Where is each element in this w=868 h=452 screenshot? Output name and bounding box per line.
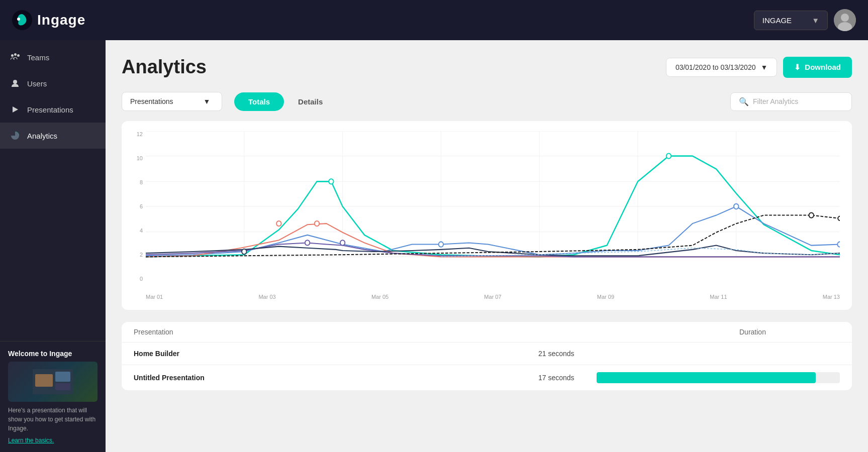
dropdown-value: Presentations: [130, 97, 173, 105]
sidebar-item-teams[interactable]: Teams: [0, 44, 106, 70]
presentations-icon: [10, 104, 20, 115]
svg-point-29: [315, 221, 319, 226]
table-row: Untitled Presentation 17 seconds: [122, 365, 852, 390]
sidebar-label-teams: Teams: [27, 53, 49, 62]
cell-duration-1: 17 seconds: [538, 374, 589, 382]
svg-rect-13: [55, 383, 70, 390]
date-range-picker[interactable]: 03/01/2020 to 03/13/2020 ▼: [666, 58, 777, 77]
svg-point-28: [276, 221, 281, 226]
svg-point-30: [242, 249, 246, 254]
y-label-4: 4: [140, 228, 143, 234]
col-header-duration: Duration: [739, 328, 840, 336]
filter-input[interactable]: [753, 97, 843, 105]
y-label-0: 0: [140, 276, 143, 282]
svg-rect-11: [35, 374, 53, 387]
x-label-mar03: Mar 03: [258, 294, 275, 300]
tab-group: Totals Details: [234, 92, 337, 111]
main-content: Analytics 03/01/2020 to 03/13/2020 ▼ ⬇ D…: [106, 40, 868, 452]
x-axis: Mar 01 Mar 03 Mar 05 Mar 07 Mar 09 Mar 1…: [146, 282, 840, 302]
x-label-mar09: Mar 09: [597, 294, 614, 300]
sidebar-item-users[interactable]: Users: [0, 70, 106, 96]
x-label-mar05: Mar 05: [371, 294, 389, 300]
welcome-description: Here's a presentation that will show you…: [8, 406, 98, 433]
welcome-thumbnail: [8, 362, 98, 402]
y-label-8: 8: [140, 179, 143, 185]
logo-icon: [12, 10, 32, 30]
analytics-icon: [10, 131, 20, 141]
date-range-text: 03/01/2020 to 03/13/2020: [676, 63, 756, 71]
svg-rect-12: [55, 372, 70, 382]
sidebar: Teams Users Presentations: [0, 40, 106, 452]
teams-icon: [10, 52, 20, 62]
x-label-mar07: Mar 07: [484, 294, 501, 300]
y-label-6: 6: [140, 203, 143, 209]
search-icon: 🔍: [739, 97, 749, 106]
users-icon: [10, 78, 20, 88]
left-controls: Presentations ▼ Totals Details: [122, 92, 337, 111]
chart-svg: [146, 131, 840, 282]
svg-point-31: [439, 242, 443, 247]
download-button[interactable]: ⬇ Download: [783, 57, 852, 78]
org-selector[interactable]: INGAGE ▼: [754, 11, 828, 30]
main-layout: Teams Users Presentations: [0, 40, 868, 452]
svg-point-33: [305, 240, 310, 245]
svg-point-3: [841, 14, 849, 22]
duration-bar-background: [597, 372, 840, 383]
svg-point-37: [838, 216, 840, 220]
svg-point-26: [329, 179, 333, 184]
controls-row: Presentations ▼ Totals Details 🔍: [122, 92, 852, 111]
svg-rect-5: [11, 54, 14, 57]
date-chevron-icon: ▼: [760, 63, 767, 71]
tab-totals[interactable]: Totals: [234, 92, 284, 111]
logo-text: Ingage: [37, 12, 85, 28]
chevron-down-icon: ▼: [812, 16, 819, 25]
sidebar-label-presentations: Presentations: [27, 105, 73, 114]
sidebar-label-analytics: Analytics: [27, 132, 57, 140]
dropdown-chevron-icon: ▼: [204, 97, 211, 105]
svg-rect-7: [17, 54, 20, 57]
x-label-mar01: Mar 01: [146, 294, 163, 300]
cell-duration-0: 21 seconds: [538, 350, 589, 358]
tab-details[interactable]: Details: [284, 92, 337, 111]
table-row: Home Builder 21 seconds: [122, 343, 852, 365]
page-title: Analytics: [122, 56, 207, 78]
y-label-10: 10: [137, 155, 143, 161]
data-table: Presentation Duration Home Builder 21 se…: [122, 322, 852, 390]
svg-rect-6: [14, 53, 17, 56]
filter-search-box[interactable]: 🔍: [730, 92, 852, 111]
chart-wrapper: 0 2 4 6 8 10 12: [126, 131, 840, 302]
navbar: Ingage INGAGE ▼: [0, 0, 868, 40]
svg-point-1: [17, 18, 20, 21]
sidebar-item-presentations[interactable]: Presentations: [0, 96, 106, 123]
y-label-2: 2: [140, 252, 143, 258]
svg-point-35: [837, 242, 840, 247]
header-actions: 03/01/2020 to 03/13/2020 ▼ ⬇ Download: [666, 57, 852, 78]
category-dropdown[interactable]: Presentations ▼: [122, 92, 222, 111]
sidebar-label-users: Users: [27, 79, 47, 88]
cell-duration-area-1: 17 seconds: [538, 372, 840, 383]
table-header: Presentation Duration: [122, 322, 852, 343]
cell-presentation-name-1: Untitled Presentation: [134, 374, 538, 382]
welcome-title: Welcome to Ingage: [8, 350, 98, 358]
logo-area: Ingage: [12, 10, 85, 30]
x-label-mar11: Mar 11: [710, 294, 727, 300]
svg-marker-9: [13, 106, 18, 112]
navbar-right: INGAGE ▼: [754, 9, 856, 31]
chart-container: 0 2 4 6 8 10 12: [122, 121, 852, 310]
cell-duration-area-0: 21 seconds: [538, 350, 840, 358]
welcome-link[interactable]: Learn the basics.: [8, 437, 98, 444]
sidebar-item-analytics[interactable]: Analytics: [0, 123, 106, 149]
svg-point-32: [734, 204, 738, 209]
download-label: Download: [805, 63, 841, 71]
download-icon: ⬇: [794, 63, 801, 72]
sidebar-welcome: Welcome to Ingage Here's a presentation …: [0, 341, 106, 452]
svg-point-8: [13, 80, 17, 84]
svg-point-36: [809, 212, 814, 217]
chart-svg-area: [146, 131, 840, 282]
org-name: INGAGE: [762, 16, 792, 25]
svg-point-34: [340, 240, 345, 245]
user-avatar[interactable]: [834, 9, 856, 31]
svg-point-27: [666, 153, 671, 158]
y-label-12: 12: [137, 131, 143, 137]
x-label-mar13: Mar 13: [823, 294, 840, 300]
